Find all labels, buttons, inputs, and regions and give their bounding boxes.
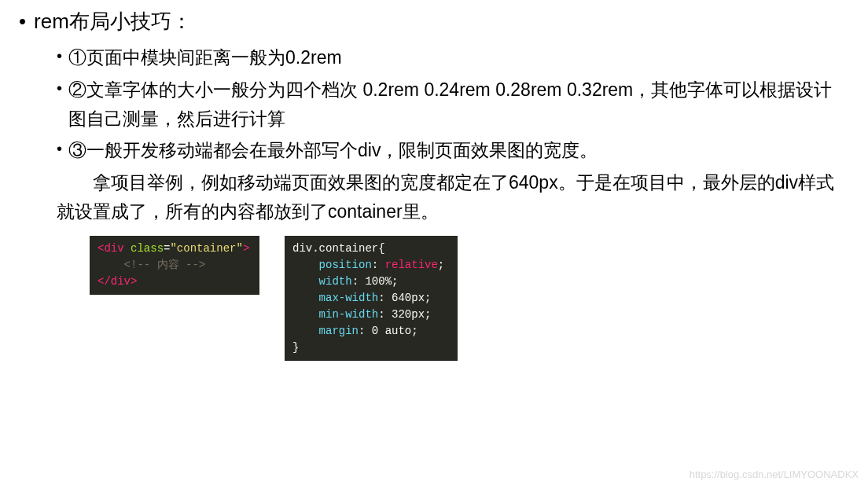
code-token: <!-- 内容 --> — [97, 259, 205, 271]
code-token: : — [372, 259, 385, 271]
code-token: ; — [438, 259, 444, 271]
code-blocks-container: <div class="container"> <!-- 内容 --> </di… — [90, 236, 849, 361]
code-token: 320px — [392, 308, 425, 321]
code-token: width — [292, 275, 352, 288]
code-token: ; — [392, 275, 398, 288]
code-token: > — [243, 242, 249, 255]
item-text: ①页面中模块间距离一般为0.2rem — [68, 43, 849, 72]
code-token: margin — [292, 325, 359, 337]
item-text: ②文章字体的大小一般分为四个档次 0.2rem 0.24rem 0.28rem … — [68, 75, 849, 134]
code-token: ; — [411, 325, 417, 337]
code-token: class — [124, 242, 164, 255]
code-token: 640px — [392, 292, 425, 304]
bullet-dot: • — [19, 6, 26, 37]
bullet-dot: • — [57, 136, 62, 165]
code-token: 0 auto — [372, 325, 411, 337]
code-token: : — [378, 292, 392, 304]
code-token: "container" — [170, 242, 242, 255]
sub-list: • ①页面中模块间距离一般为0.2rem • ②文章字体的大小一般分为四个档次 … — [57, 43, 849, 165]
code-token: > — [131, 275, 137, 288]
code-token: relative — [385, 259, 438, 271]
item-text: ③一般开发移动端都会在最外部写个div，限制页面效果图的宽度。 — [68, 136, 849, 165]
code-block-html: <div class="container"> <!-- 内容 --> </di… — [90, 236, 259, 295]
code-token: : — [352, 275, 366, 288]
watermark-text: https://blog.csdn.net/LIMYOONADKX — [690, 468, 859, 480]
main-title-row: • rem布局小技巧： — [19, 6, 849, 37]
code-token: : — [378, 308, 392, 321]
bullet-dot: • — [57, 43, 62, 72]
code-token: div — [111, 275, 131, 288]
bullet-dot: • — [57, 75, 62, 134]
list-item: • ①页面中模块间距离一般为0.2rem — [57, 43, 849, 72]
code-token: 100% — [365, 275, 392, 288]
paragraph-text: 拿项目举例，例如移动端页面效果图的宽度都定在了640px。于是在项目中，最外层的… — [57, 168, 849, 226]
code-token: position — [292, 259, 372, 271]
code-token: div — [104, 242, 123, 255]
list-item: • ②文章字体的大小一般分为四个档次 0.2rem 0.24rem 0.28re… — [57, 75, 849, 134]
list-item: • ③一般开发移动端都会在最外部写个div，限制页面效果图的宽度。 — [57, 136, 849, 165]
code-token: </ — [97, 275, 111, 288]
code-token: : — [359, 325, 372, 337]
code-token: max-width — [292, 292, 378, 304]
code-token: min-width — [292, 308, 378, 321]
main-title: rem布局小技巧： — [34, 6, 192, 37]
code-block-css: div.container{ position: relative; width… — [285, 236, 458, 361]
code-token: } — [292, 341, 299, 354]
code-token: div.container{ — [292, 242, 385, 255]
code-token: ; — [425, 308, 431, 321]
code-token: ; — [425, 292, 431, 304]
